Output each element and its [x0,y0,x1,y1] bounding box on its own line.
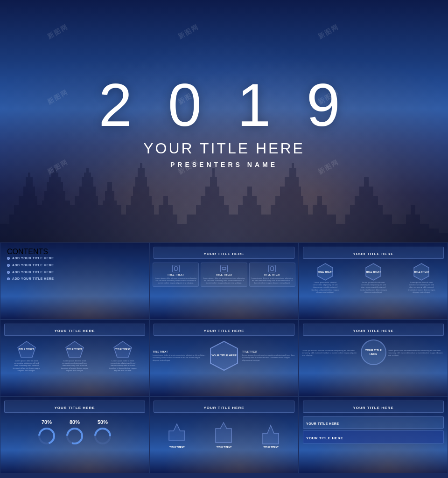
progress-item-2: 80% [65,419,84,445]
nested-title-text-1: YOUR TITLE HERE [306,422,339,425]
arrow-shape-2 [211,422,237,445]
arrow-item-1: TITLE TITEXT [164,422,190,449]
arrow-title-2: TITLE TITEXT [217,446,232,449]
progress-pct-2: 80% [70,419,80,425]
progress-arc-1 [37,427,56,445]
bullet-dot [7,277,10,280]
contents-item-text-3: ADD YOUR TITLE HERE [12,270,54,275]
progress-circles: 70% 80% 50% [0,415,149,450]
contents-label: CONTENTS [7,248,145,256]
hero-section: 新图网 新图网 新图网 新图网 新图网 新图网 新图网 新图网 新图网 2 0 … [0,0,448,242]
right-title: TITLE TITEXT [242,350,295,353]
slide-title-text: YOUR TITLE HERE [353,252,393,256]
hex-title-1: TITLE TITEXT [317,270,333,273]
slide-arrows: YOUR TITLE HERE TITLE TITEXT TITLE TITEX… [149,396,299,473]
icon-card-title-3: TITLE TITEXT [264,273,280,276]
icon-card-text-1: Lorem ipsum dolor sit amet consectetur a… [154,277,197,284]
right-text: Lorem ipsum dolor sit amet consectetur a… [242,354,295,361]
phone-icon [172,265,180,272]
left-title: TITLE TITEXT [153,350,206,353]
pentagon-item-2: TITLE TITEXT Lorem ipsum dolor sit amet … [61,340,89,372]
monitor-icon [220,265,228,272]
hex-item-2: TITLE TITEXT Lorem ipsum dolor sit amet … [359,263,387,293]
contents-item-4: ADD YOUR TITLE HERE [7,277,145,281]
pent-text-1: Lorem ipsum dolor sit amet consectetur a… [13,360,41,372]
slide-nested-titles: YOUR TITLE HERE YOUR TITLE HERE YOUR TIT… [299,396,448,473]
circle-right-text: Lorem ipsum dolor sit amet consectetur a… [388,349,445,357]
slide-center-circle: YOUR TITLE HERE Lorem ipsum dolor sit am… [299,319,448,396]
slide-contents: CONTENTS ADD YOUR TITLE HERE ADD YOUR TI… [0,242,149,319]
slide-title-text: YOUR TITLE HERE [54,329,95,333]
icon-card-1: TITLE TITEXT Lorem ipsum dolor sit amet … [153,263,199,287]
svg-rect-2 [222,267,226,270]
slide-hex-cards: YOUR TITLE HERE TITLE TITEXT Lorem ipsum… [299,242,448,319]
city-silhouette-icon [0,159,448,242]
nested-title-bar-2: YOUR TITLE HERE [303,430,444,443]
tablet-icon [268,265,276,272]
bullet-dot [7,271,10,274]
hex-text-3: Lorem ipsum dolor sit amet consectetur a… [407,281,435,293]
pent-text-2: Lorem ipsum dolor sit amet consectetur a… [61,360,89,372]
pentagon-row: TITLE TITEXT Lorem ipsum dolor sit amet … [0,338,149,372]
slide-title-text: YOUR TITLE HERE [54,406,95,410]
slide-title-text: YOUR TITLE HERE [203,406,244,410]
slide-title-bar: YOUR TITLE HERE [303,247,444,259]
icon-card-2: TITLE TITEXT Lorem ipsum dolor sit amet … [201,263,247,287]
progress-arc-3 [93,427,112,445]
slide-title-bar: YOUR TITLE HERE [4,401,145,413]
slide-title-bar: YOUR TITLE HERE [303,324,444,336]
hexagon-shape-2: TITLE TITEXT [364,263,383,281]
contents-item-text-4: ADD YOUR TITLE HERE [12,277,54,281]
right-content: TITLE TITEXT Lorem ipsum dolor sit amet … [240,350,295,361]
svg-point-1 [175,270,176,270]
hex-title-3: TITLE TITEXT [414,270,429,273]
hex-title-2: TITLE TITEXT [366,270,381,273]
pent-text-3: Lorem ipsum dolor sit amet consectetur a… [109,360,137,372]
progress-item-1: 70% [37,419,56,445]
nested-title-text-2: YOUR TITLE HERE [306,436,343,440]
pentagon-item-1: TITLE TITEXT Lorem ipsum dolor sit amet … [13,340,41,372]
circle-center-title: YOUR TITLE HERE [362,349,385,356]
pentagon-shape-3: TITLE TITEXT [113,340,133,358]
icon-card-title-2: TITLE TITEXT [216,273,232,276]
arrow-shape-1 [164,422,190,445]
circle-left-text: Lorem ipsum dolor sit amet consectetur a… [302,349,359,357]
icon-cards-row: TITLE TITEXT Lorem ipsum dolor sit amet … [150,261,298,289]
hex-text-1: Lorem ipsum dolor sit amet consectetur a… [311,281,339,293]
nested-titles-container: YOUR TITLE HERE YOUR TITLE HERE [299,416,448,443]
slide-title-text: YOUR TITLE HERE [353,406,393,410]
icon-card-text-2: Lorem ipsum dolor sit amet consectetur a… [202,277,245,284]
slide-title-text: YOUR TITLE HERE [203,329,244,333]
bullet-dot [7,264,10,267]
icon-card-title-1: TITLE TITEXT [168,273,184,276]
pentagon-shape-1: TITLE TITEXT [17,340,36,358]
hero-title: YOUR TITLE HERE [143,140,305,157]
progress-arc-2 [65,427,84,445]
center-hex-title: YOUR TITLE HERE [210,354,238,358]
slide-title-bar: YOUR TITLE HERE [303,401,444,413]
arrows-row: TITLE TITEXT TITLE TITEXT TITLE TITEXT [150,415,298,451]
hex-item-3: TITLE TITEXT Lorem ipsum dolor sit amet … [407,263,435,293]
pentagon-item-3: TITLE TITEXT Lorem ipsum dolor sit amet … [109,340,137,372]
progress-item-3: 50% [93,419,112,445]
center-circle-layout: Lorem ipsum dolor sit amet consectetur a… [299,338,448,368]
icon-card-text-3: Lorem ipsum dolor sit amet consectetur a… [251,277,294,284]
left-content: TITLE TITEXT Lorem ipsum dolor sit amet … [153,350,208,361]
hexagon-shape-1: TITLE TITEXT [316,263,335,281]
slides-grid: CONTENTS ADD YOUR TITLE HERE ADD YOUR TI… [0,242,448,478]
slide-title-text: YOUR TITLE HERE [203,252,244,256]
contents-item-3: ADD YOUR TITLE HERE [7,270,145,275]
svg-rect-4 [271,267,273,270]
icon-card-3: TITLE TITEXT Lorem ipsum dolor sit amet … [249,263,295,287]
hex-item-1: TITLE TITEXT Lorem ipsum dolor sit amet … [311,263,339,293]
contents-item-text-2: ADD YOUR TITLE HERE [12,263,54,268]
pentagon-shape-2: TITLE TITEXT [65,340,84,358]
pent-title-1: TITLE TITEXT [19,348,34,351]
hero-year: 2 0 1 9 [98,75,350,135]
pent-title-2: TITLE TITEXT [67,348,83,351]
center-hex-layout: TITLE TITEXT Lorem ipsum dolor sit amet … [150,338,298,374]
hero-subtitle: PRESENTERS NAME [170,161,278,168]
slide-progress: YOUR TITLE HERE 70% 80% 50% [0,396,149,473]
contents-item-2: ADD YOUR TITLE HERE [7,263,145,268]
slide-title-bar: YOUR TITLE HERE [4,324,145,336]
